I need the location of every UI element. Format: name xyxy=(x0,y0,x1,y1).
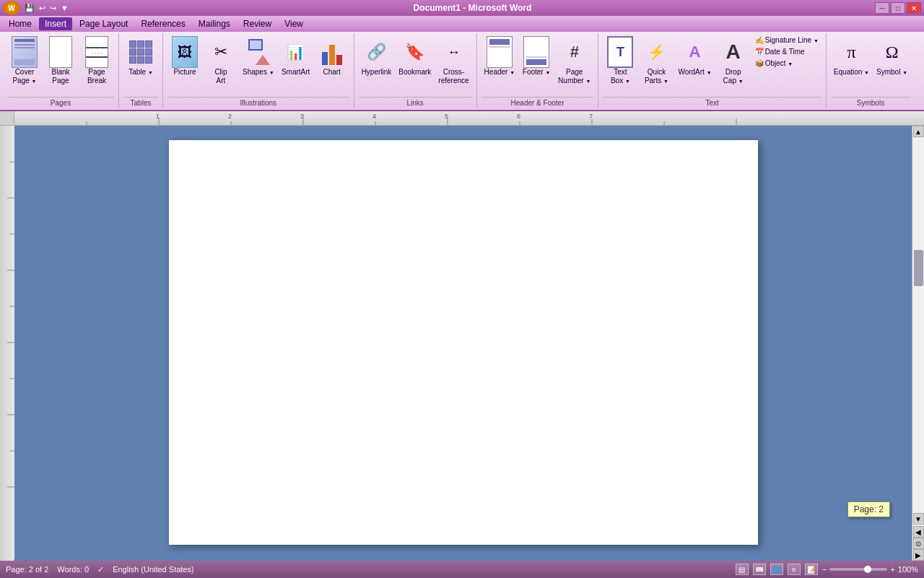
close-button[interactable]: ✕ xyxy=(907,2,921,14)
bookmark-icon: 🔖 xyxy=(402,36,428,68)
picture-button[interactable]: 🖼 Picture xyxy=(167,35,202,78)
shapes-icon xyxy=(245,36,271,68)
header-footer-group-items: Header ▼ Footer ▼ # PageNumber ▼ xyxy=(481,35,594,95)
menu-references[interactable]: References xyxy=(135,17,191,30)
hyperlink-icon: 🔗 xyxy=(363,36,389,68)
symbol-icon: Ω xyxy=(879,36,905,68)
header-button[interactable]: Header ▼ xyxy=(481,35,518,78)
symbols-group-label: Symbols xyxy=(831,97,910,107)
outline-button[interactable]: ≡ xyxy=(788,564,801,575)
symbol-button[interactable]: Ω Symbol ▼ xyxy=(873,35,910,78)
footer-label: Footer ▼ xyxy=(523,68,551,77)
maximize-button[interactable]: □ xyxy=(891,2,905,14)
draft-button[interactable]: 📝 xyxy=(805,564,818,575)
text-box-label: TextBox ▼ xyxy=(611,68,630,85)
zoom-in-button[interactable]: + xyxy=(890,565,894,574)
prev-page-button[interactable]: ◀ xyxy=(913,526,924,538)
window-title: Document1 - Microsoft Word xyxy=(70,3,875,13)
header-icon xyxy=(487,36,513,68)
select-browse-button[interactable]: ⊙ xyxy=(913,538,924,549)
picture-label: Picture xyxy=(173,68,196,77)
vertical-scrollbar[interactable]: ▲ ▼ ◀ ⊙ ▶ xyxy=(912,126,924,561)
chart-icon xyxy=(319,36,345,68)
tables-group-items: Table ▼ xyxy=(123,35,158,95)
chart-button[interactable]: Chart xyxy=(315,35,349,78)
redo-button[interactable]: ↪ xyxy=(48,4,58,13)
hyperlink-button[interactable]: 🔗 Hyperlink xyxy=(359,35,395,78)
signature-line-icon: ✍ xyxy=(755,36,764,44)
menu-insert[interactable]: Insert xyxy=(39,17,72,30)
object-button[interactable]: 📦 Object ▼ xyxy=(752,58,821,69)
illustrations-group-items: 🖼 Picture ✂ ClipArt Shapes ▼ 📊 Smart xyxy=(167,35,349,95)
drop-cap-button[interactable]: A DropCap ▼ xyxy=(716,35,751,87)
menu-home[interactable]: Home xyxy=(3,17,38,30)
illustrations-group-label: Illustrations xyxy=(167,97,349,107)
save-button[interactable]: 💾 xyxy=(23,4,36,13)
menu-page-layout[interactable]: Page Layout xyxy=(74,17,134,30)
menu-view[interactable]: View xyxy=(279,17,309,30)
smart-art-button[interactable]: 📊 SmartArt xyxy=(279,35,313,78)
ribbon-group-tables: Table ▼ Tables xyxy=(119,33,163,108)
scroll-up-button[interactable]: ▲ xyxy=(913,126,924,137)
clip-art-button[interactable]: ✂ ClipArt xyxy=(204,35,238,87)
page-number-button[interactable]: # PageNumber ▼ xyxy=(555,35,593,87)
text-box-icon: T xyxy=(607,36,633,68)
minimize-button[interactable]: ─ xyxy=(875,2,889,14)
header-footer-group-label: Header & Footer xyxy=(481,97,594,107)
chart-label: Chart xyxy=(323,68,340,77)
ribbon: CoverPage ▼ BlankPage - - - - PageBreak … xyxy=(0,32,924,111)
footer-button[interactable]: Footer ▼ xyxy=(519,35,554,78)
ruler-area: 1 2 3 4 5 6 7 xyxy=(0,111,924,126)
web-layout-button[interactable]: 🌐 xyxy=(770,564,783,575)
menu-mailings[interactable]: Mailings xyxy=(193,17,236,30)
text-col-right: ✍ Signature Line ▼ 📅 Date & Time 📦 Objec… xyxy=(752,35,821,69)
object-label: Object ▼ xyxy=(765,59,793,67)
blank-page-button[interactable]: BlankPage xyxy=(43,35,78,87)
cross-reference-label: Cross-reference xyxy=(438,68,468,85)
full-reading-button[interactable]: 📖 xyxy=(753,564,766,575)
ruler-corner xyxy=(0,111,14,126)
title-bar: W 💾 ↩ ↪ ▼ Document1 - Microsoft Word ─ □… xyxy=(0,0,924,16)
undo-button[interactable]: ↩ xyxy=(38,4,47,13)
document-area: Page: 2 xyxy=(14,126,912,561)
horizontal-ruler: 1 2 3 4 5 6 7 xyxy=(14,111,924,126)
text-box-button[interactable]: T TextBox ▼ xyxy=(603,35,637,87)
quick-parts-button[interactable]: ⚡ QuickParts ▼ xyxy=(639,35,674,87)
svg-text:2: 2 xyxy=(228,113,232,120)
status-right: ▤ 📖 🌐 ≡ 📝 − + 100% xyxy=(736,564,918,575)
cover-page-button[interactable]: CoverPage ▼ xyxy=(7,35,42,87)
pages-group-items: CoverPage ▼ BlankPage - - - - PageBreak xyxy=(7,35,114,95)
table-button[interactable]: Table ▼ xyxy=(123,35,158,78)
equation-icon: π xyxy=(838,36,864,68)
ribbon-content: CoverPage ▼ BlankPage - - - - PageBreak … xyxy=(0,32,924,110)
menu-bar: Home Insert Page Layout References Maili… xyxy=(0,16,924,32)
svg-rect-0 xyxy=(14,111,924,126)
ribbon-group-links: 🔗 Hyperlink 🔖 Bookmark ↔ Cross-reference… xyxy=(354,33,477,108)
wordart-button[interactable]: A WordArt ▼ xyxy=(675,35,714,78)
document-page xyxy=(169,140,758,545)
cross-reference-button[interactable]: ↔ Cross-reference xyxy=(435,35,471,87)
scroll-down-button[interactable]: ▼ xyxy=(913,513,924,525)
dropdown-arrow-icon[interactable]: ▼ xyxy=(59,4,70,12)
main-area: Page: 2 ▲ ▼ ◀ ⊙ ▶ xyxy=(0,126,924,561)
bookmark-button[interactable]: 🔖 Bookmark xyxy=(396,35,434,78)
zoom-thumb[interactable] xyxy=(864,566,871,573)
date-time-button[interactable]: 📅 Date & Time xyxy=(752,46,821,57)
menu-review[interactable]: Review xyxy=(237,17,277,30)
hyperlink-label: Hyperlink xyxy=(362,68,392,77)
page-break-button[interactable]: - - - - PageBreak xyxy=(79,35,114,87)
zoom-slider[interactable] xyxy=(829,568,887,571)
ribbon-group-pages: CoverPage ▼ BlankPage - - - - PageBreak … xyxy=(3,33,119,108)
page-number-icon: # xyxy=(562,36,588,68)
scroll-track xyxy=(913,137,924,513)
scroll-thumb[interactable] xyxy=(914,250,923,286)
links-group-label: Links xyxy=(359,97,472,107)
equation-button[interactable]: π Equation ▼ xyxy=(831,35,872,78)
next-page-button[interactable]: ▶ xyxy=(913,549,924,561)
zoom-out-button[interactable]: − xyxy=(822,565,827,574)
print-layout-button[interactable]: ▤ xyxy=(736,564,749,575)
signature-line-button[interactable]: ✍ Signature Line ▼ xyxy=(752,35,821,46)
shapes-button[interactable]: Shapes ▼ xyxy=(240,35,277,78)
window-controls: ─ □ ✕ xyxy=(875,2,921,14)
text-group-label: Text xyxy=(603,97,821,107)
